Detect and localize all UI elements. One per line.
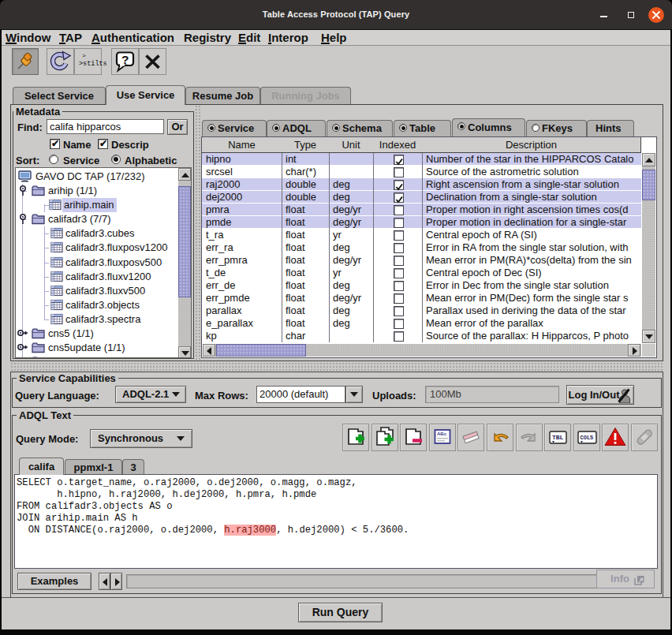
svg-text:?: ?: [121, 53, 129, 66]
svg-text:COLS: COLS: [581, 435, 594, 441]
svg-text:ABc: ABc: [437, 431, 447, 436]
svg-text:TBL: TBL: [552, 434, 564, 441]
